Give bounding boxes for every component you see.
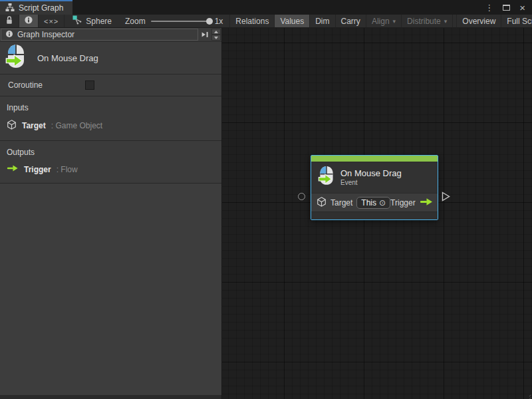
node-event-colorbar [311, 156, 438, 162]
main-area: Graph Inspector [0, 28, 532, 399]
triangle-up-icon [214, 31, 218, 33]
outputs-section: Outputs Trigger : Flow [0, 141, 221, 183]
toolbar-button-dim[interactable]: Dim [310, 15, 335, 27]
code-icon: <×> [44, 17, 59, 25]
node-ports-row: Target This ⊙ Trigger [311, 193, 438, 211]
toolbar-button-relations[interactable]: Relations [229, 15, 275, 27]
panel-bottom-edge [0, 395, 221, 399]
inspector-empty-area [0, 183, 221, 395]
inspector-toggle-button[interactable] [19, 15, 39, 27]
window-menu-icon[interactable]: ⋮ [485, 3, 493, 12]
outputs-header: Outputs [0, 146, 221, 162]
output-port-name: Trigger [24, 165, 51, 174]
resize-grip[interactable] [525, 392, 531, 398]
tab-bar: Script Graph ⋮ × [0, 0, 532, 15]
graph-owner-icon [72, 15, 82, 27]
node-header: On Mouse Drag Event [311, 162, 438, 193]
graph-reference-label: Sphere [86, 17, 112, 26]
node-output-label: Trigger [390, 198, 416, 207]
toolbar-button-values[interactable]: Values [275, 15, 310, 27]
game-object-cube-icon [317, 197, 327, 209]
output-port-type: : Flow [57, 165, 78, 174]
input-port-row: Target : Game Object [0, 118, 221, 134]
node-input-label: Target [331, 198, 352, 207]
close-icon[interactable]: × [519, 3, 525, 13]
game-object-cube-icon [7, 120, 17, 132]
on-mouse-drag-icon [5, 44, 27, 72]
zoom-value: 1x [215, 17, 223, 26]
graph-inspector-panel: Graph Inspector [0, 28, 222, 399]
coroutine-row: Coroutine [0, 74, 221, 96]
input-port-name: Target [22, 121, 46, 130]
toolbar-right-buttons: Relations Values Dim Carry Align ▾ Distr… [229, 15, 532, 27]
dock-panel-button[interactable] [198, 28, 211, 41]
toolbar-button-fullscreen[interactable]: Full Screen [501, 15, 532, 27]
node-footer [311, 211, 438, 219]
chevron-down-icon: ▾ [444, 18, 448, 25]
inspector-spinner [211, 29, 221, 41]
toolbar-button-carry[interactable]: Carry [336, 15, 366, 27]
script-graph-icon [5, 3, 15, 14]
lock-icon [5, 15, 14, 27]
tab-label: Script Graph [19, 3, 63, 13]
window-controls: ⋮ × [485, 0, 532, 15]
node-titles: On Mouse Drag Event [340, 168, 402, 186]
output-connection-port[interactable] [442, 192, 450, 203]
graph-inspector-header: Graph Inspector [0, 28, 221, 41]
graph-canvas[interactable]: On Mouse Drag Event Target [222, 28, 532, 399]
inputs-header: Inputs [0, 102, 221, 118]
node-output-port: Trigger [390, 198, 433, 208]
zoom-label: Zoom [125, 17, 146, 26]
flow-arrow-icon [7, 164, 19, 174]
spinner-down-button[interactable] [211, 35, 221, 41]
inputs-section: Inputs Target : Game Object [0, 96, 221, 140]
coroutine-checkbox[interactable] [85, 80, 94, 90]
node-subtitle: Event [340, 179, 402, 186]
info-icon [5, 30, 13, 40]
info-icon [24, 15, 33, 27]
zoom-control: Zoom 1x [118, 15, 229, 27]
target-value: This [361, 198, 376, 207]
input-port-type: : Game Object [51, 121, 102, 130]
unit-title: On Mouse Drag [37, 53, 98, 63]
flow-arrow-icon [420, 198, 433, 208]
dock-right-icon [200, 30, 209, 39]
code-view-button[interactable]: <×> [39, 15, 65, 27]
tab-script-graph[interactable]: Script Graph [0, 0, 72, 15]
toolbar-button-distribute: Distribute ▾ [402, 15, 453, 27]
node-title: On Mouse Drag [340, 168, 402, 178]
unity-script-graph-window: Script Graph ⋮ × [0, 0, 532, 399]
toolbar-button-overview[interactable]: Overview [456, 15, 501, 27]
maximize-icon[interactable] [503, 5, 510, 11]
input-connection-port[interactable] [298, 193, 305, 200]
chevron-down-icon: ▾ [393, 18, 396, 25]
on-mouse-drag-icon [318, 166, 335, 189]
output-port-row: Trigger : Flow [0, 162, 221, 176]
zoom-slider-handle[interactable] [206, 18, 213, 25]
spinner-up-button[interactable] [211, 29, 221, 35]
graph-inspector-title: Graph Inspector [17, 30, 74, 39]
coroutine-label: Coroutine [8, 80, 85, 90]
node-input-port: Target This ⊙ [317, 197, 390, 209]
object-picker-icon: ⊙ [379, 199, 386, 207]
lock-button[interactable] [0, 15, 19, 27]
toolbar-button-align: Align ▾ [366, 15, 402, 27]
graph-inspector-title-field: Graph Inspector [1, 29, 198, 41]
triangle-down-icon [214, 37, 218, 39]
on-mouse-drag-node[interactable]: On Mouse Drag Event Target [311, 155, 438, 220]
zoom-slider[interactable] [151, 21, 209, 22]
graph-reference-breadcrumb[interactable]: Sphere [65, 15, 118, 27]
unit-header: On Mouse Drag [0, 41, 221, 74]
graph-toolbar: <×> Sphere Zoom 1x Relations [0, 15, 532, 28]
target-value-widget[interactable]: This ⊙ [356, 197, 390, 209]
